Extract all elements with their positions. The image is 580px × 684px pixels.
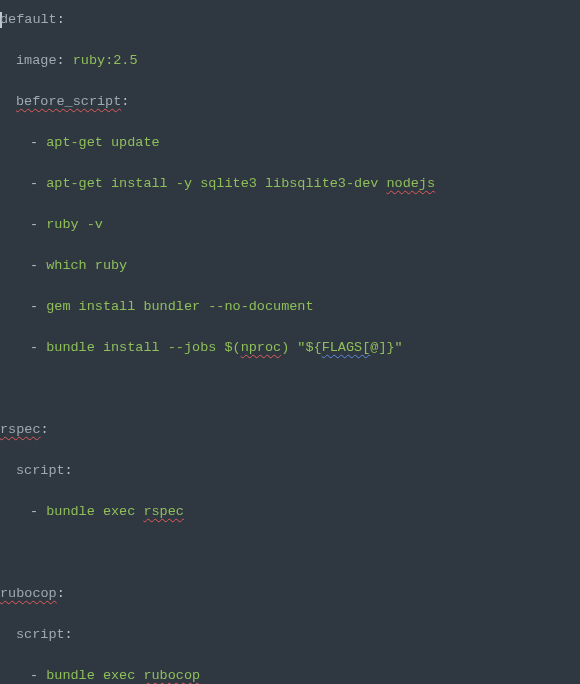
code-line: - gem install bundler --no-document bbox=[0, 297, 580, 318]
code-line: script: bbox=[0, 625, 580, 646]
blank-line bbox=[0, 359, 580, 380]
code-line: - apt-get update bbox=[0, 133, 580, 154]
blank-line bbox=[0, 482, 580, 503]
code-line: - which ruby bbox=[0, 256, 580, 277]
code-line: - ruby -v bbox=[0, 215, 580, 236]
blank-line bbox=[0, 318, 580, 339]
blank-line bbox=[0, 31, 580, 52]
code-line: - bundle exec rubocop bbox=[0, 666, 580, 684]
code-line: rubocop: bbox=[0, 584, 580, 605]
blank-line bbox=[0, 564, 580, 585]
code-line: before_script: bbox=[0, 92, 580, 113]
blank-line bbox=[0, 195, 580, 216]
blank-line bbox=[0, 441, 580, 462]
blank-line bbox=[0, 646, 580, 667]
blank-line bbox=[0, 277, 580, 298]
code-line: default: bbox=[0, 10, 580, 31]
code-line: script: bbox=[0, 461, 580, 482]
blank-line bbox=[0, 523, 580, 544]
blank-line bbox=[0, 236, 580, 257]
blank-line bbox=[0, 154, 580, 175]
code-line: - apt-get install -y sqlite3 libsqlite3-… bbox=[0, 174, 580, 195]
blank-line bbox=[0, 400, 580, 421]
blank-line bbox=[0, 113, 580, 134]
blank-line bbox=[0, 379, 580, 400]
blank-line bbox=[0, 605, 580, 626]
code-editor[interactable]: default: image: ruby:2.5 before_script: … bbox=[0, 10, 580, 684]
code-line: - bundle install --jobs $(nproc) "${FLAG… bbox=[0, 338, 580, 359]
code-line: - bundle exec rspec bbox=[0, 502, 580, 523]
code-line: image: ruby:2.5 bbox=[0, 51, 580, 72]
blank-line bbox=[0, 543, 580, 564]
blank-line bbox=[0, 72, 580, 93]
code-line: rspec: bbox=[0, 420, 580, 441]
